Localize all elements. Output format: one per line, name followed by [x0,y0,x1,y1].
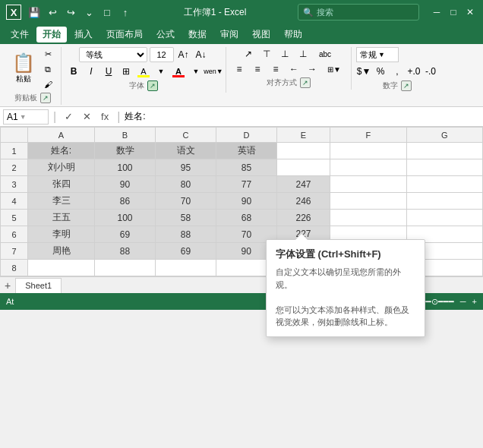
font-name-selector[interactable]: 等线 [79,47,147,62]
cell-c5[interactable]: 58 [156,210,216,226]
increase-decimal-button[interactable]: +.0 [406,64,421,79]
percent-button[interactable]: % [373,64,388,79]
cell-e4[interactable]: 246 [277,193,330,210]
bold-button[interactable]: B [66,64,81,79]
menu-pagelayout[interactable]: 页面布局 [100,27,149,43]
left-align-button[interactable]: ≡ [231,62,248,76]
border-button[interactable]: ⊞ [118,64,134,79]
maximize-button[interactable]: □ [447,5,460,19]
row-header-6[interactable]: 6 [1,226,28,243]
row-header-7[interactable]: 7 [1,243,28,260]
cell-a8[interactable] [28,260,95,276]
cell-c2[interactable]: 95 [156,159,216,176]
cell-a4[interactable]: 李三 [28,193,95,210]
cell-a7[interactable]: 周艳 [28,243,95,260]
cell-e5[interactable]: 226 [277,210,330,226]
alignment-dialog-launcher[interactable]: ↗ [300,77,311,88]
menu-help[interactable]: 帮助 [278,27,308,43]
search-box[interactable]: 🔍 搜索 [298,4,419,21]
font-dialog-launcher[interactable]: ↗ [147,80,158,91]
menu-review[interactable]: 审阅 [214,27,245,43]
menu-data[interactable]: 数据 [182,27,213,43]
row-header-3[interactable]: 3 [1,176,28,193]
row-header-2[interactable]: 2 [1,159,28,176]
cell-c1[interactable]: 语文 [156,143,216,159]
cell-b2[interactable]: 100 [95,159,156,176]
cell-b7[interactable]: 88 [95,243,156,260]
col-header-f[interactable]: F [330,128,407,143]
col-header-e[interactable]: E [277,128,330,143]
cell-c7[interactable]: 69 [156,243,216,260]
cell-b3[interactable]: 90 [95,176,156,193]
menu-formulas[interactable]: 公式 [150,27,181,43]
number-format-selector[interactable]: 常规 ▼ [356,47,399,62]
font-color-button[interactable]: A [171,64,186,79]
close-button[interactable]: ✕ [463,5,477,19]
cell-b6[interactable]: 69 [95,226,156,243]
cell-f2[interactable] [330,159,407,176]
row-header-4[interactable]: 4 [1,193,28,210]
cell-a5[interactable]: 王五 [28,210,95,226]
cell-a2[interactable]: 刘小明 [28,159,95,176]
menu-view[interactable]: 视图 [246,27,276,43]
cell-f1[interactable] [330,143,407,159]
cell-a6[interactable]: 李明 [28,226,95,243]
cell-b8[interactable] [95,260,156,276]
menu-home[interactable]: 开始 [36,27,67,43]
cell-reference-box[interactable]: A1 ▼ [3,109,49,125]
col-header-c[interactable]: C [156,128,216,143]
cell-g5[interactable] [406,210,483,226]
minimize-button[interactable]: ─ [430,5,444,19]
col-header-b[interactable]: B [95,128,156,143]
formula-input[interactable] [125,109,480,125]
cell-f5[interactable] [330,210,407,226]
cell-e1[interactable] [277,143,330,159]
cell-f4[interactable] [330,193,407,210]
cell-b5[interactable]: 100 [95,210,156,226]
redo-icon[interactable]: ↪ [64,5,77,19]
sheet-tab-1[interactable]: Sheet1 [15,278,62,293]
underline-button[interactable]: U [101,64,116,79]
cell-e2[interactable] [277,159,330,176]
cell-a3[interactable]: 张四 [28,176,95,193]
comma-button[interactable]: , [390,64,405,79]
cell-d5[interactable]: 68 [216,210,277,226]
add-sheet-button[interactable]: + [0,278,15,293]
save-icon[interactable]: 💾 [27,5,41,19]
font-color-arrow[interactable]: ▼ [188,64,204,79]
fill-color-arrow[interactable]: ▼ [153,64,169,79]
middle-align-button[interactable]: ⊥ [276,47,293,61]
rotate-text-button[interactable]: ↗ [240,47,257,61]
menu-file[interactable]: 文件 [5,27,35,43]
writing-mode-button[interactable]: wen▼ [206,64,221,79]
cancel-cross-button[interactable]: ✕ [79,109,94,125]
cell-b1[interactable]: 数学 [95,143,156,159]
cell-g4[interactable] [406,193,483,210]
confirm-check-button[interactable]: ✓ [61,109,76,125]
decrease-decimal-button[interactable]: -.0 [423,64,438,79]
right-align-button[interactable]: ≡ [267,62,284,76]
font-size-input[interactable] [150,47,174,62]
cut-button[interactable]: ✂ [39,47,56,61]
cell-a1[interactable]: 姓名: [28,143,95,159]
fill-color-button[interactable]: A [136,64,151,79]
paste-button[interactable]: 📋 粘贴 [9,52,38,86]
decrease-indent-button[interactable]: ← [286,62,302,76]
row-header-5[interactable]: 5 [1,210,28,226]
export-icon[interactable]: ↑ [118,5,132,19]
insert-function-button[interactable]: fx [97,109,112,125]
wrap-text-button[interactable]: abc [313,47,337,61]
more-icon[interactable]: □ [100,5,114,19]
increase-indent-button[interactable]: → [304,62,320,76]
undo-icon[interactable]: ↩ [46,5,59,19]
cell-f3[interactable] [330,176,407,193]
merge-center-button[interactable]: ⊞▼ [322,62,346,76]
cell-g2[interactable] [406,159,483,176]
col-header-a[interactable]: A [28,128,95,143]
cell-d3[interactable]: 77 [216,176,277,193]
increase-font-button[interactable]: A↑ [176,47,191,62]
cell-c4[interactable]: 70 [156,193,216,210]
cell-c3[interactable]: 80 [156,176,216,193]
currency-button[interactable]: $▼ [356,64,371,79]
zoom-in-button[interactable]: + [472,297,477,306]
